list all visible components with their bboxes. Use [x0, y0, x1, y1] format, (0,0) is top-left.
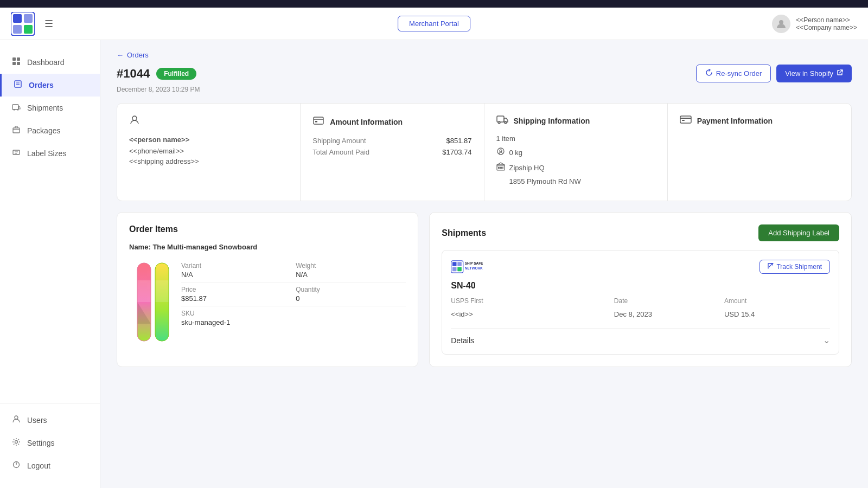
shipments-icon: [11, 102, 22, 113]
svg-point-21: [15, 441, 18, 444]
payment-card-header: Payment Information: [680, 114, 839, 127]
merchant-portal-button[interactable]: Merchant Portal: [398, 16, 470, 31]
header-user: <<Person name>> <<Company name>>: [772, 15, 857, 33]
sidebar-item-users[interactable]: Users: [0, 409, 100, 432]
total-amount-value: $1703.74: [442, 148, 471, 156]
sku-col: SKU sku-managed-1: [181, 310, 291, 326]
quantity-col: Quantity 0: [296, 286, 406, 303]
sidebar-item-dashboard[interactable]: Dashboard: [0, 51, 100, 74]
order-header: #1044 Fulfilled Re-sync Order View in Sh…: [117, 65, 852, 82]
sku-value: sku-managed-1: [181, 318, 291, 326]
sidebar-item-orders[interactable]: Orders: [0, 74, 100, 97]
shipment-tracking-id: <<id>>: [451, 310, 610, 318]
payment-card-title: Payment Information: [697, 117, 773, 125]
shipping-amount-row: Shipping Amount $851.87: [312, 137, 471, 145]
shipping-card-title: Shipping Information: [514, 117, 590, 125]
shipment-item: SHIP SAFE NETWORK: [442, 250, 839, 355]
logo-section: ☰: [11, 12, 53, 36]
svg-rect-35: [680, 116, 691, 123]
sidebar-label-packages: Packages: [27, 126, 60, 135]
add-shipping-label-button[interactable]: Add Shipping Label: [758, 224, 839, 241]
resync-icon: [705, 69, 713, 78]
track-icon: [768, 263, 774, 271]
shipments-header: Shipments Add Shipping Label: [442, 224, 839, 241]
external-link-icon: [837, 69, 843, 78]
sidebar-label-shipments: Shipments: [27, 104, 63, 112]
shipment-date: Dec 8, 2023: [614, 310, 720, 318]
svg-point-27: [498, 121, 500, 124]
breadcrumb[interactable]: ← Orders: [117, 51, 852, 59]
packages-icon: [11, 125, 22, 136]
warehouse-name: Zipship HQ: [509, 164, 545, 172]
sidebar-label-orders: Orders: [29, 81, 54, 89]
shipping-icon: [496, 114, 508, 127]
sidebar-item-logout[interactable]: Logout: [0, 454, 100, 477]
users-icon: [11, 415, 22, 426]
order-title-section: #1044 Fulfilled: [117, 67, 196, 81]
warehouse-address-value: 1855 Plymouth Rd NW: [509, 177, 581, 185]
weight-icon: [496, 147, 505, 158]
weight-value: N/A: [296, 271, 406, 279]
price-quantity-row: Price $851.87 Quantity 0: [181, 282, 406, 306]
sidebar-item-label-sizes[interactable]: Label Sizes: [0, 142, 100, 165]
svg-rect-2: [24, 14, 33, 23]
resync-button[interactable]: Re-sync Order: [696, 65, 771, 82]
user-info: <<Person name>> <<Company name>>: [796, 16, 857, 31]
sidebar-item-packages[interactable]: Packages: [0, 119, 100, 142]
status-badge: Fulfilled: [156, 68, 196, 80]
ssn-logo: [11, 12, 35, 36]
sidebar-item-settings[interactable]: Settings: [0, 432, 100, 454]
svg-rect-8: [12, 62, 16, 65]
info-cards: <<person name>> <<phone/email>> <<shippi…: [117, 103, 852, 201]
user-company: <<Company name>>: [796, 24, 857, 31]
svg-rect-44: [452, 262, 457, 266]
details-label: Details: [451, 336, 474, 345]
hamburger-icon[interactable]: ☰: [44, 18, 53, 30]
quantity-value: 0: [296, 294, 406, 303]
customer-card: <<person name>> <<phone/email>> <<shippi…: [117, 104, 301, 201]
item-name-label: Name:: [129, 243, 151, 251]
order-date: December 8, 2023 10:29 PM: [117, 86, 852, 93]
shopify-label: View in Shopify: [785, 69, 833, 78]
order-items-title: Order Items: [129, 224, 406, 234]
item-name-value: The Multi-managed Snowboard: [152, 243, 257, 251]
user-name: <<Person name>>: [796, 16, 857, 24]
variant-value: N/A: [181, 271, 291, 279]
date-col-header: Date: [614, 297, 720, 305]
svg-rect-47: [458, 267, 462, 272]
svg-rect-24: [314, 117, 323, 124]
breadcrumb-parent: Orders: [127, 51, 149, 59]
sidebar-label-settings: Settings: [27, 439, 55, 447]
sidebar-item-shipments[interactable]: Shipments: [0, 97, 100, 119]
svg-rect-16: [13, 128, 20, 133]
svg-rect-3: [13, 25, 22, 34]
breadcrumb-arrow: ←: [117, 51, 124, 59]
total-amount-label: Total Amount Paid: [312, 148, 369, 156]
svg-point-30: [500, 150, 502, 152]
track-shipment-button[interactable]: Track Shipment: [760, 260, 830, 274]
price-col: Price $851.87: [181, 286, 291, 303]
top-bar: [0, 0, 868, 8]
shipment-id: SN-40: [451, 281, 830, 291]
header-center: Merchant Portal: [398, 16, 470, 31]
svg-point-15: [17, 109, 18, 110]
price-header: Price: [181, 286, 291, 293]
shipments-title: Shipments: [442, 228, 486, 238]
amount-card-title: Amount Information: [330, 118, 403, 126]
variant-weight-row: Variant N/A Weight N/A: [181, 259, 406, 282]
warehouse-item: Zipship HQ: [496, 162, 655, 173]
svg-point-20: [15, 416, 18, 419]
item-count-value: 1 item: [496, 134, 515, 143]
details-toggle[interactable]: Details ⌄: [451, 328, 830, 345]
main-layout: Dashboard Orders: [0, 40, 868, 488]
sidebar-label-logout: Logout: [27, 461, 50, 470]
product-image: [129, 259, 173, 347]
sidebar-bottom: Users Settings Logout: [0, 403, 100, 477]
svg-rect-13: [12, 105, 18, 110]
sidebar-main: Dashboard Orders: [0, 51, 100, 403]
label-sizes-icon: [11, 148, 22, 159]
chevron-down-icon: ⌄: [823, 335, 830, 345]
svg-text:SHIP SAFE: SHIP SAFE: [465, 262, 483, 266]
svg-point-29: [497, 148, 504, 155]
shopify-button[interactable]: View in Shopify: [776, 65, 852, 82]
